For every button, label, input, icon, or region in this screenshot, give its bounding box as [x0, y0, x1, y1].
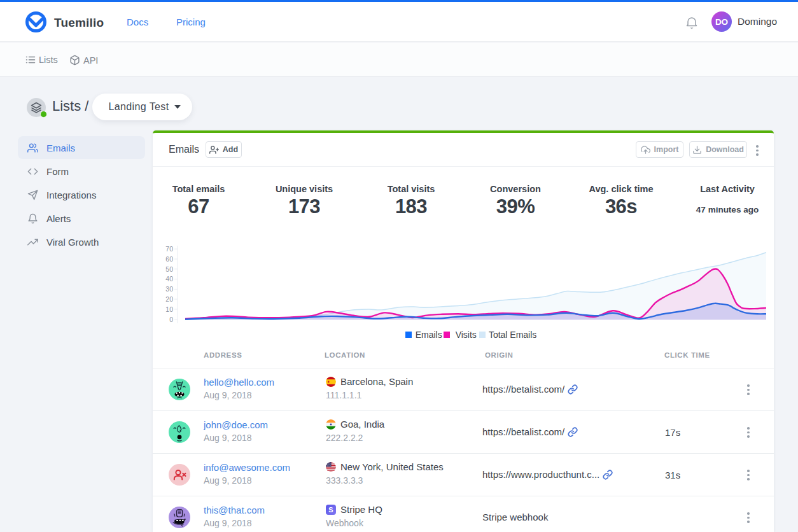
svg-text:10: 10: [165, 305, 173, 313]
svg-text:30: 30: [165, 285, 173, 293]
svg-text:60: 60: [165, 255, 173, 263]
svg-text:50: 50: [165, 265, 173, 273]
svg-text:40: 40: [165, 275, 173, 283]
svg-text:70: 70: [165, 245, 173, 253]
svg-text:0: 0: [169, 316, 173, 323]
svg-text:20: 20: [165, 295, 173, 303]
